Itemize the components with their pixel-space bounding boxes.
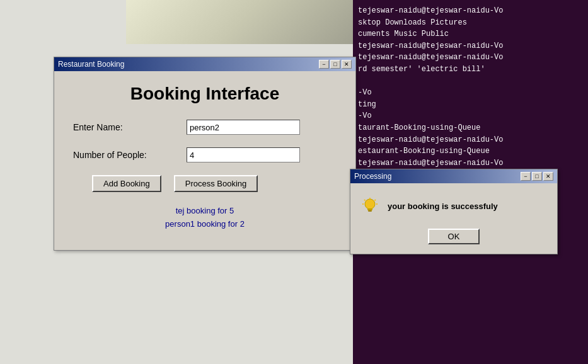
process-booking-button[interactable]: Process Booking: [174, 175, 258, 192]
dialog-close-button[interactable]: ✕: [543, 172, 553, 181]
close-button[interactable]: ✕: [342, 60, 352, 69]
processing-dialog: Processing − □ ✕ your booking is success…: [350, 169, 558, 254]
main-window: Restaurant Booking − □ ✕ Booking Interfa…: [54, 57, 356, 251]
minimize-button[interactable]: −: [319, 60, 329, 69]
window-controls: − □ ✕: [319, 60, 352, 69]
terminal-line: tejeswar-naidu@tejeswar-naidu-Vo: [358, 40, 583, 52]
name-form-row: Enter Name:: [73, 120, 337, 135]
terminal-line: tejeswar-naidu@tejeswar-naidu-Vo: [358, 157, 583, 169]
svg-line-4: [364, 200, 366, 201]
dialog-ok-button[interactable]: OK: [428, 229, 480, 244]
dialog-title: Processing: [354, 172, 391, 181]
window-heading: Booking Interface: [73, 84, 337, 104]
people-label: Number of People:: [73, 150, 187, 160]
dialog-content: your booking is successfuly OK: [350, 183, 557, 254]
terminal-line: -Vo: [358, 110, 583, 122]
svg-point-0: [365, 199, 375, 209]
terminal-line: taurant-Booking-using-Queue: [358, 122, 583, 134]
lightbulb-icon: [360, 196, 380, 216]
terminal-line: tejeswar-naidu@tejeswar-naidu-Vo: [358, 52, 583, 64]
dialog-ok-row: OK: [360, 229, 548, 244]
desktop-art: [126, 0, 353, 44]
svg-line-6: [375, 200, 376, 201]
dialog-message: your booking is successfuly: [388, 202, 498, 211]
terminal-line: [358, 76, 583, 88]
dialog-minimize-button[interactable]: −: [521, 172, 531, 181]
main-window-title: Restaurant Booking: [58, 60, 124, 69]
add-booking-button[interactable]: Add Booking: [92, 175, 161, 192]
dialog-controls: − □ ✕: [521, 172, 553, 181]
dialog-maximize-button[interactable]: □: [532, 172, 542, 181]
terminal-line: tejeswar-naidu@tejeswar-naidu-Vo: [358, 5, 583, 17]
booking-item-1: tej booking for 5: [73, 205, 337, 218]
name-input[interactable]: [187, 120, 300, 135]
terminal-line: sktop Downloads Pictures: [358, 17, 583, 29]
buttons-row: Add Booking Process Booking: [92, 175, 337, 192]
main-window-titlebar: Restaurant Booking − □ ✕: [54, 57, 355, 71]
dialog-message-row: your booking is successfuly: [360, 196, 548, 216]
terminal-line: rd semester' 'electric bill': [358, 64, 583, 76]
terminal-line: ting: [358, 99, 583, 111]
terminal-line: -Vo: [358, 87, 583, 99]
main-window-content: Booking Interface Enter Name: Number of …: [54, 71, 355, 250]
terminal-line: cuments Music Public: [358, 28, 583, 40]
maximize-button[interactable]: □: [330, 60, 340, 69]
name-label: Enter Name:: [73, 122, 187, 132]
booking-item-2: person1 booking for 2: [73, 218, 337, 231]
people-form-row: Number of People:: [73, 147, 337, 162]
svg-rect-1: [367, 208, 372, 210]
bookings-list: tej booking for 5 person1 booking for 2: [73, 205, 337, 231]
svg-rect-2: [368, 210, 372, 212]
terminal-line: tejeswar-naidu@tejeswar-naidu-Vo: [358, 134, 583, 146]
terminal-line: estaurant-Booking-using-Queue: [358, 145, 583, 157]
people-input[interactable]: [187, 147, 300, 162]
dialog-titlebar: Processing − □ ✕: [350, 169, 557, 183]
